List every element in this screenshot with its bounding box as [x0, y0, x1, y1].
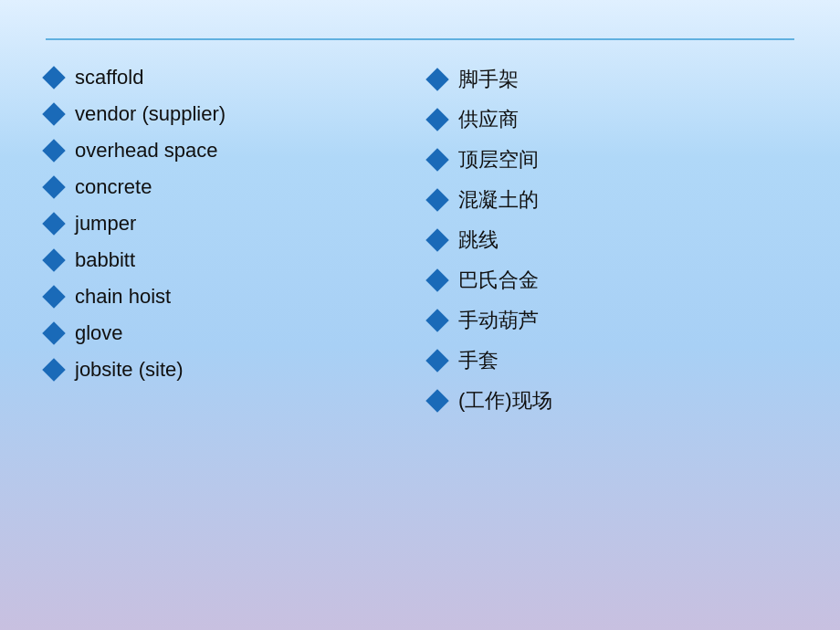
diamond-icon [425, 389, 448, 412]
english-word: overhead space [75, 139, 218, 163]
english-vocab-item: chain hoist [46, 281, 411, 312]
diamond-icon [42, 321, 65, 344]
chinese-column: 脚手架供应商顶层空间混凝土的跳线巴氏合金手动葫芦手套(工作)现场 [429, 62, 794, 418]
diamond-icon [42, 175, 65, 198]
english-word: chain hoist [75, 285, 171, 309]
english-column: scaffoldvendor (supplier)overhead spacec… [46, 62, 411, 418]
english-word: scaffold [75, 66, 143, 89]
chinese-word: 供应商 [458, 106, 519, 133]
diamond-icon [42, 102, 65, 125]
diamond-icon [42, 212, 65, 235]
chinese-vocab-item: 跳线 [429, 223, 794, 257]
chinese-vocab-item: 手套 [429, 343, 794, 378]
diamond-icon [425, 148, 448, 171]
diamond-icon [42, 248, 65, 271]
chinese-word: 跳线 [458, 226, 499, 254]
english-vocab-item: scaffold [46, 62, 411, 93]
english-vocab-item: concrete [46, 172, 411, 203]
diamond-icon [42, 285, 65, 308]
diamond-icon [425, 309, 448, 331]
chinese-vocab-item: 巴氏合金 [429, 263, 794, 298]
english-word: vendor (supplier) [75, 102, 226, 126]
diamond-icon [425, 228, 448, 251]
diamond-icon [425, 268, 448, 291]
english-word: jumper [75, 212, 136, 236]
diamond-icon [425, 188, 448, 211]
chinese-word: 顶层空间 [458, 146, 539, 173]
chinese-vocab-item: 混凝土的 [429, 183, 794, 217]
english-word: concrete [75, 175, 152, 199]
divider [46, 38, 794, 40]
slide: scaffoldvendor (supplier)overhead spacec… [0, 0, 840, 630]
english-word: glove [75, 321, 123, 345]
diamond-icon [425, 108, 448, 131]
content-area: scaffoldvendor (supplier)overhead spacec… [46, 62, 794, 418]
chinese-word: 巴氏合金 [458, 267, 539, 294]
diamond-icon [425, 68, 448, 90]
diamond-icon [42, 66, 65, 89]
english-word: babbitt [75, 248, 135, 272]
chinese-vocab-item: 手动葫芦 [429, 303, 794, 338]
diamond-icon [425, 349, 448, 372]
english-vocab-item: glove [46, 318, 411, 349]
english-vocab-item: babbitt [46, 245, 411, 276]
diamond-icon [42, 358, 65, 381]
english-vocab-item: overhead space [46, 135, 411, 166]
chinese-word: 脚手架 [458, 66, 519, 93]
chinese-vocab-item: (工作)现场 [429, 383, 794, 418]
chinese-vocab-item: 脚手架 [429, 62, 794, 97]
chinese-vocab-item: 顶层空间 [429, 142, 794, 177]
diamond-icon [42, 139, 65, 162]
chinese-word: 手套 [458, 347, 499, 374]
english-word: jobsite (site) [75, 358, 184, 382]
english-vocab-item: jobsite (site) [46, 354, 411, 385]
english-vocab-item: vendor (supplier) [46, 99, 411, 130]
chinese-word: (工作)现场 [458, 387, 552, 415]
english-vocab-item: jumper [46, 208, 411, 239]
chinese-word: 混凝土的 [458, 186, 539, 214]
chinese-vocab-item: 供应商 [429, 102, 794, 137]
chinese-word: 手动葫芦 [458, 307, 539, 334]
